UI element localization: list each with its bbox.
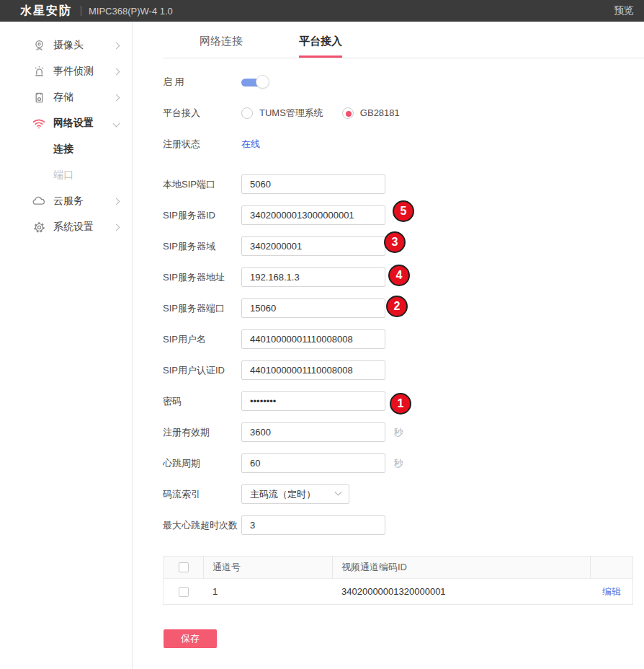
field-label: 最大心跳超时次数 [163,519,241,532]
save-button[interactable]: 保存 [164,629,217,648]
radio-circle-icon [342,107,354,119]
radio-tums[interactable]: TUMS管理系统 [241,107,323,120]
sidebar-item-label: 摄像头 [53,39,84,52]
form-row-register-validity: 注册有效期 秒 [163,422,644,442]
reg-status-value: 在线 [241,138,260,151]
seconds-suffix: 秒 [394,426,403,439]
cloud-icon [32,194,46,208]
chevron-down-icon [335,489,342,496]
sidebar-subitem-port[interactable]: 端口 [0,162,132,188]
camera-icon [32,38,46,53]
annotation-badge-5: 5 [393,200,414,222]
form-row-heartbeat-period: 心跳周期 秒 [163,453,644,473]
reg-status-label: 注册状态 [163,138,241,151]
field-label: SIP服务器域 [163,240,241,253]
form-row-sip-auth-id: SIP用户认证ID [163,360,644,380]
sidebar-item-event-detection[interactable]: 事件侦测 [0,58,132,84]
field-label: 密码 [163,395,241,408]
register-validity-input[interactable] [241,422,385,442]
sip-server-address-input[interactable] [241,267,385,287]
field-label: SIP服务器ID [163,209,241,222]
form-row-sip-username: SIP用户名 [163,329,644,349]
sidebar-item-camera[interactable]: 摄像头 [0,32,132,58]
sidebar-item-label: 存储 [53,91,73,104]
sidebar-item-network-settings[interactable]: 网络设置 [0,110,132,136]
platform-label: 平台接入 [163,107,241,120]
stream-index-value: 主码流（定时） [250,488,316,501]
sidebar-item-storage[interactable]: 存储 [0,84,132,110]
brand-logo: 水星安防 [20,4,72,19]
sidebar-subitem-label: 端口 [53,169,73,182]
field-label: 心跳周期 [163,457,241,470]
channel-table: 通道号 视频通道编码ID 1 34020000001320000001 编辑 [163,556,633,605]
sidebar-subitem-label: 连接 [53,143,73,156]
chevron-down-icon [113,120,120,127]
chevron-right-icon [113,223,120,231]
preview-link[interactable]: 预览 [614,4,634,17]
field-label: 本地SIP端口 [163,178,241,191]
field-label: SIP服务器端口 [163,302,241,315]
radio-gb28181-label: GB28181 [360,107,400,118]
tab-platform-access[interactable]: 平台接入 [299,35,342,58]
local-sip-port-input[interactable] [241,174,385,194]
row-checkbox-cell [164,579,204,604]
radio-circle-icon [241,107,253,119]
header-encode-id: 视频通道编码ID [333,557,591,578]
row-channel: 1 [204,579,333,604]
chevron-right-icon [113,42,120,49]
row-checkbox[interactable] [179,587,189,597]
seconds-suffix: 秒 [394,457,403,470]
form-row-password: 密码 1 [163,391,644,411]
sidebar-subitem-connection[interactable]: 连接 [0,136,132,162]
brand-separator [81,6,81,16]
sip-username-input[interactable] [241,329,385,349]
tab-network-connection[interactable]: 网络连接 [200,35,243,58]
form-row-sip-server-port: SIP服务器端口 2 [163,298,644,318]
sidebar-item-cloud-service[interactable]: 云服务 [0,188,132,214]
header-channel: 通道号 [204,557,333,578]
sip-auth-id-input[interactable] [241,360,385,380]
field-label: SIP服务器地址 [163,271,241,284]
row-encode-id: 34020000001320000001 [333,579,591,604]
heartbeat-period-input[interactable] [241,453,385,473]
field-label: SIP用户名 [163,333,241,346]
field-label: 码流索引 [163,488,241,501]
chevron-right-icon [113,68,120,75]
select-all-checkbox[interactable] [179,562,189,572]
storage-icon [32,90,46,105]
sidebar-item-label: 事件侦测 [53,65,94,78]
password-input[interactable] [241,391,385,411]
stream-index-select[interactable]: 主码流（定时） [241,484,349,504]
sidebar-item-system-settings[interactable]: 系统设置 [0,214,132,240]
tab-bar: 网络连接 平台接入 [163,22,644,58]
form-row-platform: 平台接入 TUMS管理系统 GB28181 [163,103,644,123]
sidebar-item-label: 系统设置 [53,221,94,234]
edit-link[interactable]: 编辑 [602,585,621,598]
chevron-right-icon [113,198,120,205]
form-row-sip-server-id: SIP服务器ID 5 [163,205,644,225]
platform-radio-group: TUMS管理系统 GB28181 [241,107,400,120]
sip-server-domain-input[interactable] [241,236,385,256]
header-action-cell [591,557,632,578]
sidebar: 摄像头 事件侦测 存储 [0,22,133,669]
chevron-right-icon [113,94,120,101]
max-heartbeat-timeout-input[interactable] [241,515,385,535]
form-row-sip-server-address: SIP服务器地址 4 [163,267,644,287]
enable-label: 启 用 [163,76,241,89]
enable-toggle[interactable] [241,75,270,89]
annotation-badge-2: 2 [386,296,408,317]
table-row: 1 34020000001320000001 编辑 [164,578,632,604]
annotation-badge-4: 4 [388,265,410,286]
field-label: 注册有效期 [163,426,241,439]
sip-server-id-input[interactable] [241,205,385,225]
platform-access-form: 启 用 平台接入 TUMS管理系统 GB28181 [133,58,644,648]
top-bar: 水星安防 MIPC368(P)W-4 1.0 预览 [0,0,644,22]
wifi-icon [32,116,46,130]
radio-gb28181[interactable]: GB28181 [342,107,400,119]
annotation-badge-1: 1 [390,393,411,415]
form-row-reg-status: 注册状态 在线 [163,134,644,154]
sip-server-port-input[interactable] [241,298,385,318]
radio-tums-label: TUMS管理系统 [259,107,323,120]
form-row-local-sip-port: 本地SIP端口 [163,174,644,194]
field-label: SIP用户认证ID [163,364,241,377]
